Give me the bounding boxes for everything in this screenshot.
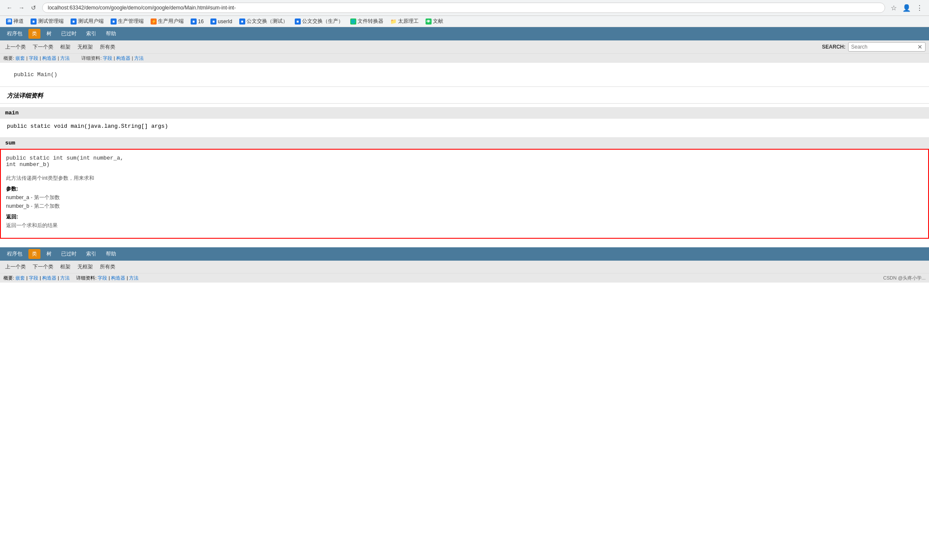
bookmark-test-user[interactable]: ■ 测试用户端 [68,17,106,26]
method-sum-highlighted: public static int sum(int number_a, int … [0,149,929,239]
breadcrumb-detail-constructor[interactable]: 构造器 [116,55,130,61]
nav-index[interactable]: 索引 [83,29,100,39]
constructor-code: public Main() [7,68,922,81]
search-box: ✕ [848,42,926,52]
breadcrumb-bar: 概要: 嵌套 | 字段 | 构造器 | 方法 详细资料: 字段 | 构造器 | … [0,53,929,63]
bookmark-userid[interactable]: ■ userId [208,18,235,25]
bottom-nav-all-classes[interactable]: 所有类 [98,262,117,271]
bookmark-taiyuan[interactable]: 📁 太原理工 [388,17,421,26]
bookmark-test-user-label: 测试用户端 [78,18,104,25]
nav-classes[interactable]: 类 [28,29,40,39]
breadcrumb-summary: 概要: 嵌套 | 字段 | 构造器 | 方法 [3,55,70,61]
nav-buttons: ← → ↺ [4,3,39,13]
bottom-nav-index[interactable]: 索引 [83,249,100,259]
bookmark-pubex-test-icon: ■ [239,18,245,25]
search-clear-button[interactable]: ✕ [917,43,923,50]
bookmark-chanzao-label: 禅道 [13,18,24,25]
bottom-nav-classes[interactable]: 类 [28,249,40,259]
main-content: public Main() 方法详细资料 main public static … [0,63,929,239]
bottom-nav-packages[interactable]: 程序包 [3,249,26,259]
bottom-nav-prev-class[interactable]: 上一个类 [3,262,28,271]
menu-button[interactable]: ⋮ [914,3,925,13]
bookmark-taiyuan-label: 太原理工 [398,18,419,25]
nav-tree[interactable]: 树 [43,29,55,39]
bookmark-prod-user-label: 生产用户端 [158,18,184,25]
nav-deprecated[interactable]: 已过时 [58,29,80,39]
bookmark-16[interactable]: ■ 16 [188,18,206,25]
second-nav-right: SEARCH: ✕ [822,42,926,52]
bookmarks-bar: 禅 禅道 ■ 测试管理端 ■ 测试用户端 ■ 生产管理端 ⚡ 生产用户端 ■ 1… [0,16,929,27]
nav-prev-class[interactable]: 上一个类 [3,43,28,52]
bottom-breadcrumb: 概要: 嵌套 | 字段 | 构造器 | 方法 详细资料: 字段 | 构造器 | … [0,273,929,283]
search-input[interactable] [851,44,917,50]
address-bar[interactable]: localhost:63342/demo/com/google/demo/com… [42,3,885,13]
bookmark-pubex-prod-label: 公文交换（生产） [302,18,343,25]
bookmark-prod-mgmt[interactable]: ■ 生产管理端 [108,17,146,26]
param-number-b: number_b - 第二个加数 [6,203,923,210]
bottom-breadcrumb-field[interactable]: 字段 [29,275,38,280]
method-main-signature: public static void main(java.lang.String… [0,119,929,134]
forward-button[interactable]: → [16,3,27,13]
nav-packages[interactable]: 程序包 [3,29,26,39]
bookmark-fileconv-icon: 🌐 [350,18,356,25]
breadcrumb-constructor[interactable]: 构造器 [42,55,56,61]
bottom-breadcrumb-detail-method[interactable]: 方法 [129,275,139,280]
method-sum-description: 此方法传递两个int类型参数，用来求和 [6,175,923,182]
breadcrumb-detail: 详细资料: 字段 | 构造器 | 方法 [81,55,144,61]
bookmark-16-label: 16 [198,18,204,25]
method-sum-return: 返回: 返回一个求和后的结果 [6,213,923,229]
bookmark-pubex-prod[interactable]: ■ 公文交换（生产） [292,17,346,26]
bookmark-test-mgmt[interactable]: ■ 测试管理端 [28,17,66,26]
csdn-credit: CSDN @头疼小学... [883,275,926,281]
second-nav-left: 上一个类 下一个类 框架 无框架 所有类 [3,43,117,52]
bottom-breadcrumb-detail-field[interactable]: 字段 [98,275,107,280]
second-nav: 上一个类 下一个类 框架 无框架 所有类 SEARCH: ✕ [0,40,929,53]
bookmark-docs-label: 文献 [433,18,443,25]
star-button[interactable]: ☆ [889,3,899,13]
breadcrumb-method[interactable]: 方法 [60,55,70,61]
breadcrumb-detail-method[interactable]: 方法 [134,55,144,61]
profile-button[interactable]: 👤 [901,3,912,13]
bookmark-prod-mgmt-label: 生产管理端 [118,18,144,25]
nav-next-class[interactable]: 下一个类 [31,43,55,52]
method-sum-signature: public static int sum(int number_a, int … [6,155,923,171]
bottom-nav-tree[interactable]: 树 [43,249,55,259]
bottom-nav-deprecated[interactable]: 已过时 [58,249,80,259]
bookmark-chanzao-icon: 禅 [6,18,12,25]
bottom-nav-next-class[interactable]: 下一个类 [31,262,55,271]
bottom-breadcrumb-constructor[interactable]: 构造器 [42,275,56,280]
bottom-breadcrumb-nested[interactable]: 嵌套 [15,275,25,280]
search-label: SEARCH: [822,44,846,50]
bookmark-prod-user[interactable]: ⚡ 生产用户端 [148,17,186,26]
nav-no-frame[interactable]: 无框架 [76,43,95,52]
breadcrumb-nested[interactable]: 嵌套 [15,55,25,61]
bottom-breadcrumb-detail-constructor[interactable]: 构造器 [111,275,125,280]
method-main-block: main public static void main(java.lang.S… [0,107,929,134]
browser-actions: ☆ 👤 ⋮ [889,3,925,13]
bookmark-chanzao[interactable]: 禅 禅道 [3,17,26,26]
bottom-second-nav-left: 上一个类 下一个类 框架 无框架 所有类 [3,262,117,271]
bottom-breadcrumb-text: 概要: 嵌套 | 字段 | 构造器 | 方法 详细资料: 字段 | 构造器 | … [3,275,139,281]
bookmark-pubex-prod-icon: ■ [295,18,301,25]
refresh-button[interactable]: ↺ [28,3,39,13]
breadcrumb-detail-field[interactable]: 字段 [103,55,112,61]
bookmark-userid-icon: ■ [210,18,216,25]
nav-all-classes[interactable]: 所有类 [98,43,117,52]
methods-detail-header: 方法详细资料 [0,87,929,104]
bookmark-pubex-test[interactable]: ■ 公文交换（测试） [237,17,290,26]
bookmark-test-mgmt-icon: ■ [31,18,37,25]
bookmark-fileconv[interactable]: 🌐 文件转换器 [348,17,386,26]
bottom-nav: 程序包 类 树 已过时 索引 帮助 [0,247,929,261]
bookmark-docs[interactable]: 👁 文献 [423,17,446,26]
breadcrumb-field[interactable]: 字段 [29,55,38,61]
bottom-nav-frame[interactable]: 框架 [59,262,72,271]
nav-frame[interactable]: 框架 [59,43,72,52]
back-button[interactable]: ← [4,3,15,13]
top-nav: 程序包 类 树 已过时 索引 帮助 [0,27,929,40]
bottom-nav-no-frame[interactable]: 无框架 [76,262,95,271]
url-text: localhost:63342/demo/com/google/demo/com… [48,5,236,11]
bottom-breadcrumb-method[interactable]: 方法 [60,275,70,280]
nav-help[interactable]: 帮助 [102,29,120,39]
method-main-header: main [0,107,929,119]
bottom-nav-help[interactable]: 帮助 [102,249,120,259]
